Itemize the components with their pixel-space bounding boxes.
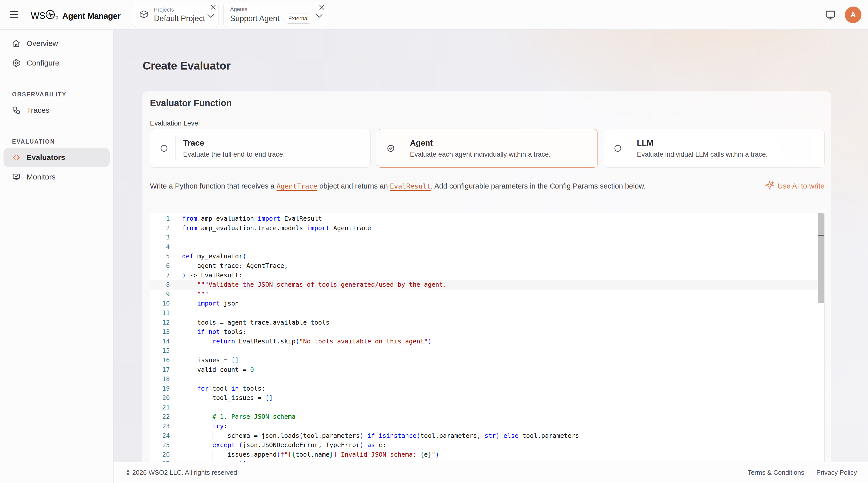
terms-link[interactable]: Terms & Conditions — [748, 469, 804, 477]
project-selector[interactable]: Projects Default Project — [132, 3, 219, 27]
home-icon — [12, 39, 21, 48]
sidebar-item-configure[interactable]: Configure — [3, 53, 110, 73]
evaluator-function-card: Evaluator Function Evaluation Level Trac… — [142, 91, 831, 483]
card-title: Evaluator Function — [150, 98, 232, 108]
level-option-agent[interactable]: Agent Evaluate each agent individually w… — [377, 129, 597, 168]
copyright-text: © 2026 WSO2 LLC. All rights reserved. — [126, 469, 239, 477]
sidebar: Overview Configure OBSERVABILITY Traces … — [0, 30, 114, 483]
page-footer: © 2026 WSO2 LLC. All rights reserved. Te… — [114, 462, 868, 483]
sidebar-divider — [5, 129, 108, 129]
editor-scrollbar-thumb[interactable] — [818, 213, 824, 303]
sidebar-section-observability: OBSERVABILITY — [12, 91, 110, 98]
divider — [402, 136, 402, 160]
workflow-icon — [12, 106, 21, 115]
agent-selector-label: Agents — [230, 6, 313, 12]
agent-selector[interactable]: Agents Support Agent External — [223, 3, 327, 27]
package-icon — [139, 9, 149, 20]
check-circle-icon — [386, 144, 395, 153]
project-selector-label: Projects — [154, 6, 205, 13]
sparkles-icon — [765, 181, 774, 192]
sidebar-item-traces[interactable]: Traces — [3, 100, 110, 120]
page-title: Create Evaluator — [143, 59, 230, 72]
privacy-link[interactable]: Privacy Policy — [816, 469, 857, 477]
menu-icon[interactable] — [10, 9, 21, 20]
app-logo: WS 2 Agent Manager — [31, 8, 121, 21]
sidebar-item-evaluators[interactable]: Evaluators — [3, 148, 110, 167]
code-icon — [12, 153, 21, 162]
radio-unchecked-icon — [614, 144, 622, 153]
logo-brand-text: WS — [31, 10, 45, 21]
sidebar-section-evaluation: EVALUATION — [12, 138, 110, 145]
chevron-down-icon — [207, 14, 215, 19]
evaluation-level-options: Trace Evaluate the full end-to-end trace… — [150, 129, 825, 168]
evaluation-level-label: Evaluation Level — [150, 120, 200, 127]
sidebar-item-monitors[interactable]: Monitors — [3, 167, 110, 187]
agent-selector-close-icon[interactable] — [318, 4, 325, 11]
evalresult-doc-link[interactable]: EvalResult — [390, 182, 431, 190]
editor-scrollbar — [818, 213, 824, 467]
project-selector-value: Default Project — [154, 14, 205, 23]
code-lines: 1from amp_evaluation import EvalResult2f… — [150, 213, 824, 468]
sidebar-item-overview[interactable]: Overview — [3, 34, 110, 53]
monitor-check-icon — [12, 173, 21, 181]
agenttrace-doc-link[interactable]: AgentTrace — [277, 182, 317, 190]
avatar[interactable]: A — [845, 6, 862, 23]
editor-scrollbar-marker — [818, 235, 824, 236]
radio-unchecked-icon — [160, 144, 168, 153]
sidebar-divider — [5, 82, 108, 82]
wso2-pulse-icon — [45, 8, 55, 20]
level-option-trace[interactable]: Trace Evaluate the full end-to-end trace… — [150, 129, 371, 168]
use-ai-to-write-button[interactable]: Use AI to write — [765, 181, 825, 192]
editor-instructions: Write a Python function that receives a … — [150, 182, 646, 190]
main-content: Create Evaluator Evaluator Function Eval… — [114, 30, 868, 483]
logo-sub-text: 2 — [55, 14, 59, 22]
project-selector-close-icon[interactable] — [210, 4, 217, 11]
display-icon[interactable] — [823, 8, 837, 22]
app-header: WS 2 Agent Manager Projects Default Proj… — [0, 0, 868, 30]
agent-type-badge: External — [284, 13, 313, 24]
divider — [629, 136, 629, 160]
divider — [175, 136, 176, 160]
level-option-llm[interactable]: LLM Evaluate individual LLM calls within… — [604, 129, 825, 168]
gear-icon — [12, 59, 21, 67]
editor-description-row: Write a Python function that receives a … — [150, 181, 825, 192]
chevron-down-icon — [315, 14, 323, 19]
logo-product-text: Agent Manager — [62, 11, 121, 21]
code-editor[interactable]: 1from amp_evaluation import EvalResult2f… — [150, 213, 825, 468]
agent-selector-value: Support Agent — [230, 14, 280, 23]
